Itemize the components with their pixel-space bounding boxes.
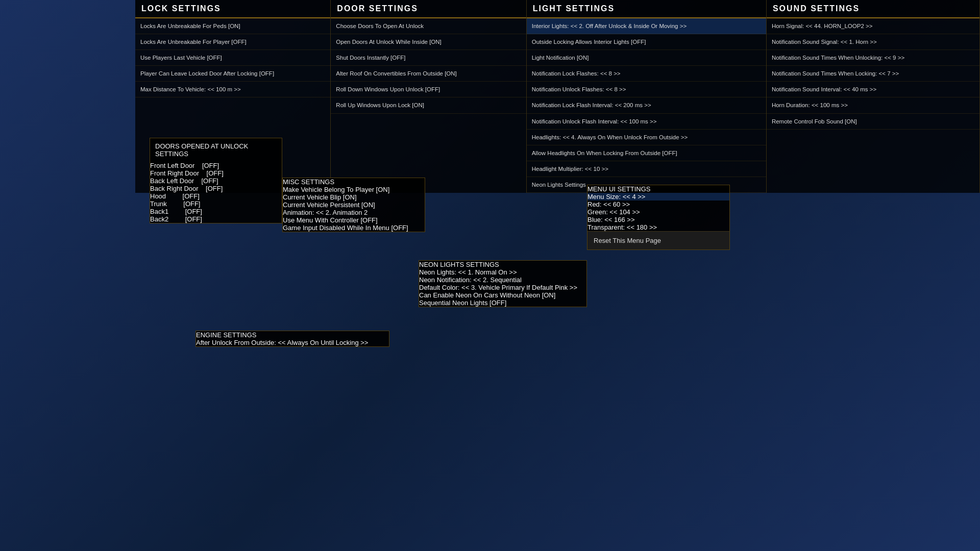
menu-ui-settings-panel: MENU UI SETTINGS Menu Size: << 4 >> Red:… [587,185,730,250]
sound-settings-panel: SOUND SETTINGS Horn Signal: << 44. HORN_… [767,0,980,193]
light-row-3[interactable]: Notification Lock Flashes: << 8 >> [527,66,766,82]
menuui-row-3[interactable]: Blue: << 166 >> [587,216,729,223]
sound-row-3[interactable]: Notification Sound Times When Locking: <… [767,66,979,82]
doors-opened-row-3[interactable]: Back Right Door [OFF] [150,185,282,192]
misc-panel: MISC SETTINGS Make Vehicle Belong To Pla… [282,178,425,232]
neon-lights-header: NEON LIGHTS SETTINGS [419,261,586,268]
menu-ui-header: MENU UI SETTINGS [587,185,729,193]
misc-row-2[interactable]: Current Vehicle Persistent [ON] [283,201,425,209]
sound-settings-header: SOUND SETTINGS [767,0,979,18]
door-row-2[interactable]: Shut Doors Instantly [OFF] [331,50,526,66]
light-settings-panel: LIGHT SETTINGS Interior Lights: << 2. Of… [527,0,767,193]
doors-opened-row-0[interactable]: Front Left Door [OFF] [150,162,282,169]
neon-lights-panel: NEON LIGHTS SETTINGS Neon Lights: << 1. … [419,260,587,307]
light-row-9[interactable]: Headlight Multiplier: << 10 >> [527,161,766,177]
light-row-5[interactable]: Notification Lock Flash Interval: << 200… [527,97,766,113]
sound-row-4[interactable]: Notification Sound Interval: << 40 ms >> [767,82,979,97]
lock-settings-header: LOCK SETTINGS [135,0,330,18]
doors-opened-panel: DOORS OPENED AT UNLOCK SETTINGS Front Le… [150,138,282,223]
menuui-row-1[interactable]: Red: << 60 >> [587,201,729,208]
doors-opened-row-5[interactable]: Trunk [OFF] [150,200,282,208]
doors-opened-row-4[interactable]: Hood [OFF] [150,192,282,200]
doors-opened-row-6[interactable]: Back1 [OFF] [150,208,282,215]
door-row-5[interactable]: Roll Up Windows Upon Lock [ON] [331,97,526,113]
light-row-2[interactable]: Light Notification [ON] [527,50,766,66]
menuui-row-0[interactable]: Menu Size: << 4 >> [587,193,729,201]
light-row-0[interactable]: Interior Lights: << 2. Off After Unlock … [527,18,766,34]
door-row-3[interactable]: Alter Roof On Convertibles From Outside … [331,66,526,82]
neon-row-0[interactable]: Neon Lights: << 1. Normal On >> [419,268,586,276]
doors-opened-row-1[interactable]: Front Right Door [OFF] [150,169,282,177]
sound-row-1[interactable]: Notification Sound Signal: << 1. Horn >> [767,34,979,50]
door-row-4[interactable]: Roll Down Windows Upon Unlock [OFF] [331,82,526,97]
door-row-0[interactable]: Choose Doors To Open At Unlock [331,18,526,34]
engine-header: ENGINE SETTINGS [196,331,389,339]
engine-row-0[interactable]: After Unlock From Outside: << Always On … [196,339,389,346]
light-row-1[interactable]: Outside Locking Allows Interior Lights [… [527,34,766,50]
doors-opened-row-7[interactable]: Back2 [OFF] [150,215,282,223]
sound-row-6[interactable]: Remote Control Fob Sound [ON] [767,114,979,130]
lock-row-3[interactable]: Player Can Leave Locked Door After Locki… [135,66,330,82]
light-row-4[interactable]: Notification Unlock Flashes: << 8 >> [527,82,766,97]
misc-header: MISC SETTINGS [283,178,425,186]
engine-panel: ENGINE SETTINGS After Unlock From Outsid… [195,331,389,347]
door-settings-panel: DOOR SETTINGS Choose Doors To Open At Un… [331,0,526,193]
light-row-7[interactable]: Headlights: << 4. Always On When Unlock … [527,130,766,145]
sound-row-2[interactable]: Notification Sound Times When Unlocking:… [767,50,979,66]
light-row-8[interactable]: Allow Headlights On When Locking From Ou… [527,145,766,161]
lock-row-0[interactable]: Locks Are Unbreakable For Peds [ON] [135,18,330,34]
lock-row-4[interactable]: Max Distance To Vehicle: << 100 m >> [135,82,330,97]
doors-opened-header: DOORS OPENED AT UNLOCK SETTINGS [150,138,282,162]
neon-row-4[interactable]: Sequential Neon Lights [OFF] [419,299,586,307]
door-row-1[interactable]: Open Doors At Unlock While Inside [ON] [331,34,526,50]
sound-row-0[interactable]: Horn Signal: << 44. HORN_LOOP2 >> [767,18,979,34]
misc-row-5[interactable]: Game Input Disabled While In Menu [OFF] [283,224,425,232]
doors-opened-row-2[interactable]: Back Left Door [OFF] [150,177,282,185]
lock-row-1[interactable]: Locks Are Unbreakable For Player [OFF] [135,34,330,50]
light-settings-header: LIGHT SETTINGS [527,0,766,18]
reset-menu-button[interactable]: Reset This Menu Page [587,231,729,249]
neon-row-3[interactable]: Can Enable Neon On Cars Without Neon [ON… [419,291,586,299]
misc-row-3[interactable]: Animation: << 2. Animation 2 [283,209,425,216]
neon-row-1[interactable]: Neon Notification: << 2. Sequential [419,276,586,284]
sound-row-5[interactable]: Horn Duration: << 100 ms >> [767,97,979,113]
misc-row-4[interactable]: Use Menu With Controller [OFF] [283,216,425,224]
menuui-row-4[interactable]: Transparent: << 180 >> [587,223,729,231]
misc-row-1[interactable]: Current Vehicle Blip [ON] [283,193,425,201]
lock-row-2[interactable]: Use Players Last Vehicle [OFF] [135,50,330,66]
door-settings-header: DOOR SETTINGS [331,0,526,18]
misc-row-0[interactable]: Make Vehicle Belong To Player [ON] [283,186,425,193]
neon-row-2[interactable]: Default Color: << 3. Vehicle Primary If … [419,284,586,291]
menuui-row-2[interactable]: Green: << 104 >> [587,208,729,216]
light-row-6[interactable]: Notification Unlock Flash Interval: << 1… [527,114,766,130]
